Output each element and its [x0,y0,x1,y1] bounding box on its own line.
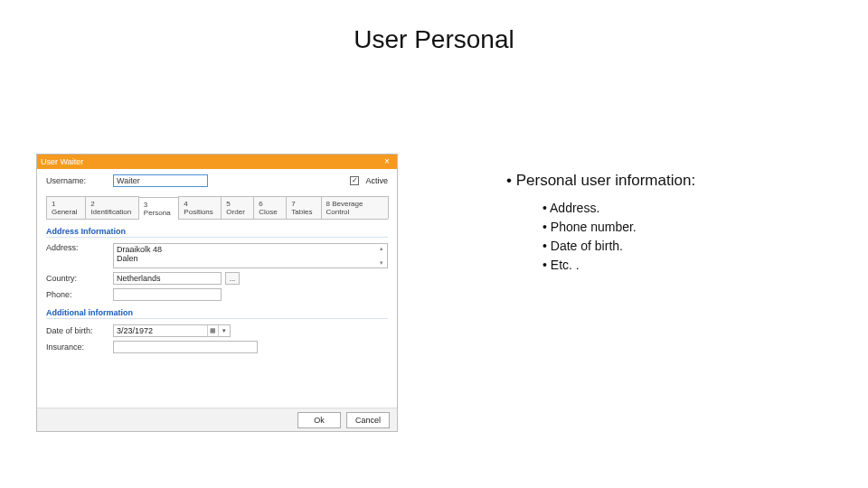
dob-label: Date of birth: [46,326,109,335]
tab-identification[interactable]: 2 Identification [85,196,138,219]
tab-tables[interactable]: 7 Tables [286,196,321,219]
tab-positions[interactable]: 4 Positions [178,196,222,219]
address-input[interactable]: Draaikolk 48 Dalen ▴ ▾ [113,243,388,268]
dob-input[interactable]: 3/23/1972 ▦ ▾ [113,324,231,337]
scroll-down-icon[interactable]: ▾ [377,259,386,267]
address-scrollbar[interactable]: ▴ ▾ [377,245,386,267]
dialog-titlebar[interactable]: User Waiter × [37,155,397,169]
section-additional-header: Additional information [46,308,388,319]
username-label: Username: [46,176,109,185]
scroll-up-icon[interactable]: ▴ [377,245,386,252]
bullet-main: Personal user information: [506,172,832,190]
slide-title: User Personal [0,25,868,54]
dob-value: 3/23/1972 [117,326,153,335]
country-input[interactable]: Netherlands [113,272,222,285]
username-input[interactable]: Waiter [113,174,208,187]
sub-bullet: Etc. . [542,256,832,275]
dialog-title: User Waiter [41,157,381,166]
sub-bullet: Address. [542,199,832,218]
sub-bullet: Phone number. [542,218,832,237]
insurance-input[interactable] [113,341,258,353]
tab-strip: 1 General 2 Identification 3 Persona 4 P… [46,196,388,220]
tab-beverage-control[interactable]: 8 Beverage Control [321,196,389,219]
user-dialog: User Waiter × Username: Waiter ✓ Active … [36,154,398,432]
dialog-body: Username: Waiter ✓ Active 1 General 2 Id… [37,169,397,408]
tab-general[interactable]: 1 General [46,196,86,219]
phone-input[interactable] [113,288,222,301]
address-line2: Dalen [117,254,384,263]
address-label: Address: [46,243,109,252]
ok-button[interactable]: Ok [297,412,341,428]
insurance-label: Insurance: [46,343,109,352]
chevron-down-icon[interactable]: ▾ [218,325,229,336]
country-label: Country: [46,274,109,283]
tab-order[interactable]: 5 Order [221,196,254,219]
calendar-icon[interactable]: ▦ [207,325,218,336]
active-label: Active [365,176,388,185]
phone-label: Phone: [46,290,109,299]
cancel-button[interactable]: Cancel [346,412,390,428]
tab-persona[interactable]: 3 Persona [138,197,180,220]
tab-close[interactable]: 6 Close [253,196,287,219]
sub-bullet: Date of birth. [542,237,832,256]
section-address-header: Address Information [46,227,388,238]
country-picker-button[interactable]: ... [225,272,240,285]
close-icon[interactable]: × [381,155,393,168]
active-checkbox[interactable]: ✓ [350,176,359,185]
right-column: Personal user information: Address. Phon… [506,172,832,275]
dialog-footer: Ok Cancel [37,408,397,431]
address-line1: Draaikolk 48 [117,245,384,254]
